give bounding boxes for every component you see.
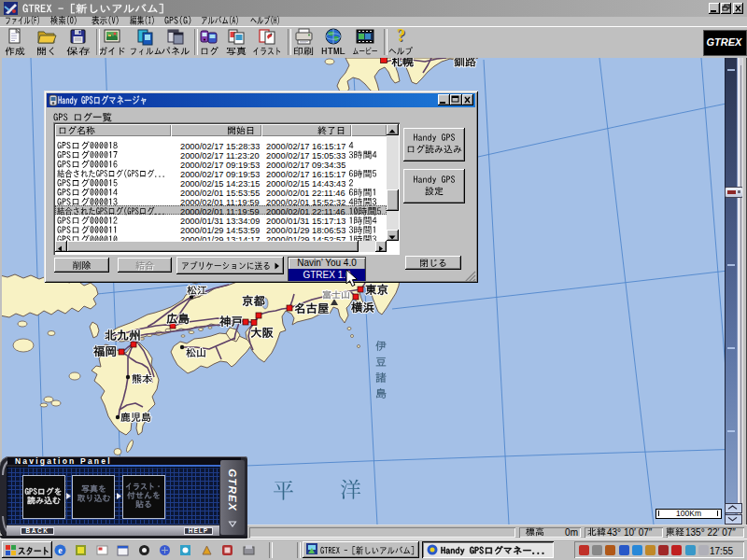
svg-text:e: e bbox=[58, 545, 63, 555]
svg-text:GTREX: GTREX bbox=[227, 469, 238, 511]
